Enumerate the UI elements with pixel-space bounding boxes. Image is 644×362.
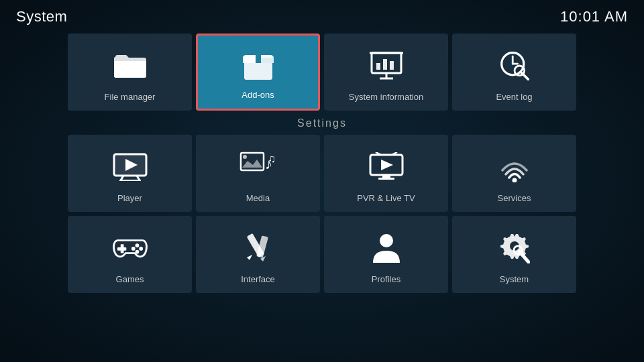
system-information-item[interactable]: System information: [324, 34, 448, 111]
svg-rect-30: [117, 247, 126, 251]
player-icon: [113, 153, 148, 181]
folder-icon: [113, 52, 148, 80]
settings-row-1: Player ♪ ♫: [40, 135, 604, 212]
media-item[interactable]: ♪ ♫ Media: [196, 135, 320, 212]
page-title: System: [16, 8, 67, 25]
clock: 10:01 AM: [560, 8, 628, 25]
svg-rect-26: [382, 175, 390, 178]
interface-icon-area: [196, 225, 320, 270]
games-icon-area: [68, 225, 192, 270]
svg-point-34: [131, 247, 135, 251]
services-item[interactable]: Services: [452, 135, 576, 212]
player-label: Player: [117, 193, 142, 204]
system-information-label: System information: [349, 92, 423, 103]
main-page: System 10:01 AM File manager: [0, 0, 644, 362]
system-information-icon-area: [324, 43, 448, 88]
pvr-live-tv-item[interactable]: PVR & Live TV: [324, 135, 448, 212]
interface-item[interactable]: Interface: [196, 216, 320, 293]
system-item[interactable]: System: [452, 216, 576, 293]
add-ons-item[interactable]: Add-ons: [196, 34, 320, 111]
svg-point-32: [139, 247, 143, 251]
media-icon-area: ♪ ♫: [196, 144, 320, 189]
svg-point-19: [243, 155, 247, 159]
svg-point-11: [515, 66, 525, 76]
svg-rect-3: [390, 61, 394, 70]
svg-point-39: [380, 234, 393, 247]
profiles-label: Profiles: [372, 274, 400, 285]
services-icon-area: [452, 144, 576, 189]
event-log-icon-area: [452, 43, 576, 88]
profiles-item[interactable]: Profiles: [324, 216, 448, 293]
profiles-icon-area: [324, 225, 448, 270]
svg-rect-27: [378, 178, 394, 180]
top-row: File manager: [0, 34, 644, 111]
games-item[interactable]: Games: [68, 216, 192, 293]
media-label: Media: [246, 193, 270, 204]
add-ons-icon-area: [198, 45, 318, 86]
file-manager-icon-area: [68, 43, 192, 88]
gear-icon: [499, 233, 530, 263]
file-manager-label: File manager: [105, 92, 156, 103]
file-manager-item[interactable]: File manager: [68, 34, 192, 111]
svg-text:♫: ♫: [268, 153, 276, 164]
chart-icon: [370, 51, 403, 80]
services-label: Services: [498, 193, 531, 204]
media-icon: ♪ ♫: [239, 152, 277, 182]
event-log-label: Event log: [496, 92, 532, 103]
system-icon-area: [452, 225, 576, 270]
interface-label: Interface: [241, 274, 275, 285]
svg-point-28: [512, 178, 517, 182]
svg-marker-36: [247, 255, 252, 260]
interface-icon: [243, 232, 274, 264]
gamepad-icon: [113, 235, 148, 261]
clock-magnifier-icon: [499, 50, 530, 81]
svg-rect-2: [383, 59, 387, 70]
services-icon: [499, 152, 530, 182]
svg-point-31: [135, 243, 139, 247]
settings-section-title: Settings: [0, 117, 644, 129]
settings-grid: Player ♪ ♫: [0, 135, 644, 293]
player-icon-area: [68, 144, 192, 189]
box-icon: [241, 48, 276, 83]
pvr-icon: [369, 152, 404, 182]
player-item[interactable]: Player: [68, 135, 192, 212]
pvr-live-tv-label: PVR & Live TV: [357, 193, 415, 204]
event-log-item[interactable]: Event log: [452, 34, 576, 111]
settings-row-2: Games Interface: [40, 216, 604, 293]
header: System 10:01 AM: [0, 0, 644, 31]
system-label: System: [500, 274, 529, 285]
games-label: Games: [116, 274, 144, 285]
add-ons-label: Add-ons: [241, 90, 274, 101]
svg-marker-25: [381, 160, 393, 170]
svg-point-33: [135, 250, 139, 254]
pvr-icon-area: [324, 144, 448, 189]
profile-icon: [372, 232, 401, 264]
svg-rect-1: [376, 63, 380, 70]
